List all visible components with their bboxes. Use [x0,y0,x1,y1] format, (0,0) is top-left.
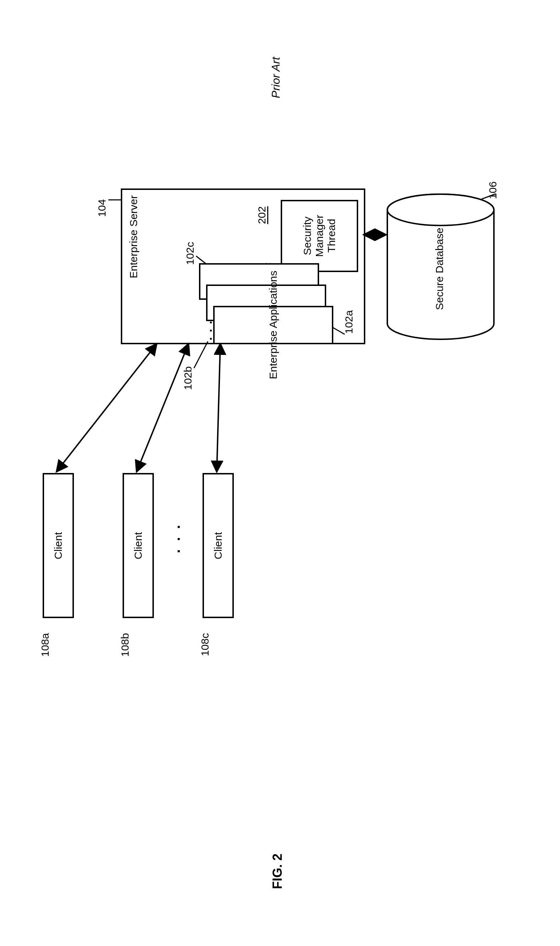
label-106: 106 [487,181,499,201]
label-102c: 102c [184,242,196,266]
label-108c: 108c [199,633,211,657]
svg-line-11 [57,344,156,471]
arrows-overlay [0,0,560,946]
diagram-page: Prior Art Enterprise Server 104 Enterpri… [0,0,560,946]
apps-ellipsis: . . . [201,320,215,342]
clients-ellipsis: . . . [167,523,183,555]
svg-line-12 [137,344,188,471]
prior-art-title: Prior Art [269,57,283,100]
label-202: 202 [256,206,268,225]
client-a: Client [43,473,74,618]
enterprise-app-102a: Enterprise Applications [213,306,333,344]
client-b: Client [123,473,154,618]
label-104: 104 [96,199,108,218]
enterprise-server-title: Enterprise Server [128,195,140,279]
label-102a: 102a [343,310,355,335]
figure-caption: FIG. 2 [270,853,285,890]
svg-point-1 [387,194,494,225]
secure-database-text: Secure Database [434,228,446,312]
label-108a: 108a [39,633,51,658]
svg-line-13 [217,344,220,471]
client-c: Client [203,473,234,618]
label-102b: 102b [182,366,194,392]
security-manager-box: Security Manager Thread [281,200,358,272]
label-108b: 108b [119,633,131,658]
svg-line-5 [194,341,208,368]
